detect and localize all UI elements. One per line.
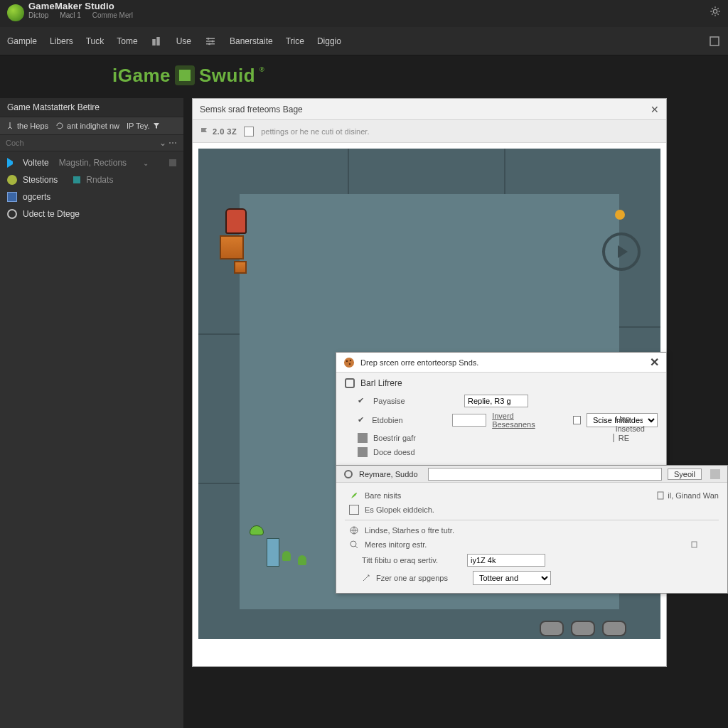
logo-strip: iGame Swuid ® <box>0 55 728 95</box>
titt-input[interactable] <box>467 554 545 567</box>
right-label-uop: Uop <box>616 414 645 424</box>
close-icon[interactable]: ✕ <box>651 104 659 115</box>
link-besesanens[interactable]: Inverd Besesanens <box>492 412 550 429</box>
label-barenisits: Bare nisits <box>365 491 401 500</box>
search-icon <box>349 540 359 550</box>
field-label: Payasise <box>373 397 459 405</box>
tree-label: ogcerts <box>23 192 50 202</box>
sprite-player[interactable] <box>225 208 247 234</box>
copy-icon[interactable] <box>690 540 699 549</box>
play-button-icon[interactable] <box>602 232 641 271</box>
square-icon[interactable] <box>710 469 720 479</box>
payasise-input[interactable] <box>464 395 528 407</box>
field-label: Etdobien <box>372 416 446 424</box>
menu-gample[interactable]: Gample <box>7 36 37 46</box>
dialog2-titlebar[interactable]: Reymare, Suddo Syeoil <box>336 466 727 483</box>
close-icon[interactable]: ✕ <box>650 355 659 369</box>
menubar: Gample Libers Tuck Tome Use Banerstaite … <box>0 27 728 55</box>
logo-glyph-icon <box>175 65 195 85</box>
editor-title: Semsk srad freteoms Bage <box>200 105 303 114</box>
resource-panel: Game Matstatterk Betire the Heps ant ind… <box>0 98 183 728</box>
version-text: 2.0 3Z <box>213 127 237 136</box>
chevron-down-icon[interactable]: ⌄ <box>143 159 149 167</box>
ring-icon <box>7 209 17 219</box>
menu-diggio[interactable]: Diggio <box>317 36 341 46</box>
row-payasise: ✔ Payasise <box>345 392 658 410</box>
sprite-robot[interactable] <box>540 615 625 636</box>
row-titt: Titt fibitu o eraq sertiv. <box>345 552 719 569</box>
sprite-bee[interactable] <box>615 210 625 220</box>
dialog-titlebar[interactable]: Drep srcen orre entorteorsp Snds. ✕ <box>336 353 666 373</box>
drag-handle-icon[interactable] <box>169 159 176 166</box>
globe-icon <box>349 525 359 535</box>
resource-search-input[interactable] <box>6 139 158 147</box>
bar-icon <box>358 447 368 457</box>
toolbar-iptey[interactable]: IP Tey. <box>127 122 161 130</box>
tree-item-ogcerts[interactable]: ogcerts <box>0 188 183 205</box>
sliders-icon[interactable] <box>204 35 217 48</box>
sprite-slime[interactable] <box>250 525 264 535</box>
tree-group-volere[interactable]: Voltete Magstin, Rections ⌄ <box>0 154 183 171</box>
svg-point-11 <box>345 471 352 478</box>
refresh-icon <box>55 122 64 130</box>
svg-rect-6 <box>710 37 719 46</box>
sprite-crate[interactable] <box>220 235 244 259</box>
menu-trice[interactable]: Trice <box>286 36 304 46</box>
tree-item-udect[interactable]: Udect te Dtege <box>0 205 183 223</box>
resource-search[interactable]: ⌄ ⋯ <box>0 135 183 151</box>
more-icon[interactable]: ⋯ <box>168 138 178 148</box>
resource-tree: Voltete Magstin, Rections ⌄ Stestions Rn… <box>0 151 183 225</box>
etdobien-input[interactable] <box>452 414 486 427</box>
seam <box>348 149 349 194</box>
sprite-crate-small[interactable] <box>234 261 247 274</box>
logo-text-right: Swuid <box>199 65 255 87</box>
tree-label: Voltete <box>23 158 49 168</box>
editor-hint: pettings or he ne cuti ot disiner. <box>261 127 369 136</box>
toolbar-highlight[interactable]: ant indighet nw <box>55 122 119 130</box>
row-fzer: Fzer one ar spgenps Totteer and <box>345 569 719 587</box>
checkbox[interactable] <box>573 416 581 424</box>
tree-item-stestions[interactable]: Stestions Rndats <box>0 171 183 188</box>
editor-toolbar: 2.0 3Z pettings or he ne cuti ot disiner… <box>193 120 666 143</box>
logo-text-left: iGame <box>112 65 171 87</box>
buildings-icon[interactable] <box>151 35 164 48</box>
menu-banerstaite[interactable]: Banerstaite <box>230 36 273 46</box>
label-ginand: il, Ginand Wan <box>668 491 719 500</box>
leaf-icon <box>349 491 359 500</box>
wall-top <box>198 149 660 194</box>
sprite-pipe[interactable] <box>267 538 279 567</box>
menu-tuck[interactable]: Tuck <box>86 36 105 46</box>
seam <box>619 326 660 328</box>
expand-icon[interactable] <box>708 35 721 48</box>
svg-point-7 <box>344 358 354 368</box>
row-lindse[interactable]: Lindse, Starhes o ftre tutr. <box>345 523 719 537</box>
field-label: Boestrir gafr <box>373 434 459 442</box>
bar-icon <box>358 433 368 443</box>
toolbar-heps[interactable]: the Heps <box>6 122 48 130</box>
titlebar-sub-1: Dictop <box>28 11 48 19</box>
fzer-select[interactable]: Totteer and <box>473 571 551 585</box>
svg-point-5 <box>208 43 210 45</box>
square-icon <box>7 192 17 202</box>
menu-tome[interactable]: Tome <box>117 36 137 46</box>
sprite-mushroom[interactable] <box>298 555 306 565</box>
sprite-mushroom[interactable] <box>282 551 291 561</box>
menu-libers[interactable]: Libers <box>50 36 73 46</box>
chevron-down-icon[interactable]: ⌄ <box>158 138 168 148</box>
editor-titlebar[interactable]: Semsk srad freteoms Bage ✕ <box>193 99 666 120</box>
row-glopek[interactable]: Es Glopek eiddeich. <box>345 503 719 517</box>
dialog-title: Drep srcen orre entorteorsp Snds. <box>360 358 478 367</box>
toolbar-heps-label: the Heps <box>17 122 48 130</box>
svg-rect-15 <box>692 542 697 547</box>
settings-dialog: Drep srcen orre entorteorsp Snds. ✕ Barl… <box>336 352 667 466</box>
menu-use[interactable]: Use <box>176 36 191 46</box>
svg-point-4 <box>211 40 213 42</box>
tag-icon <box>73 176 80 183</box>
row-meres[interactable]: Meres initorg estr. <box>345 537 719 552</box>
settings-icon[interactable] <box>710 6 721 17</box>
pill-syeoil[interactable]: Syeoil <box>668 469 702 480</box>
doc-icon <box>656 491 665 500</box>
toolbar-highlight-label: ant indighet nw <box>67 122 119 130</box>
grid-toggle-icon[interactable] <box>244 127 254 136</box>
dialog2-path-input[interactable] <box>428 468 662 481</box>
